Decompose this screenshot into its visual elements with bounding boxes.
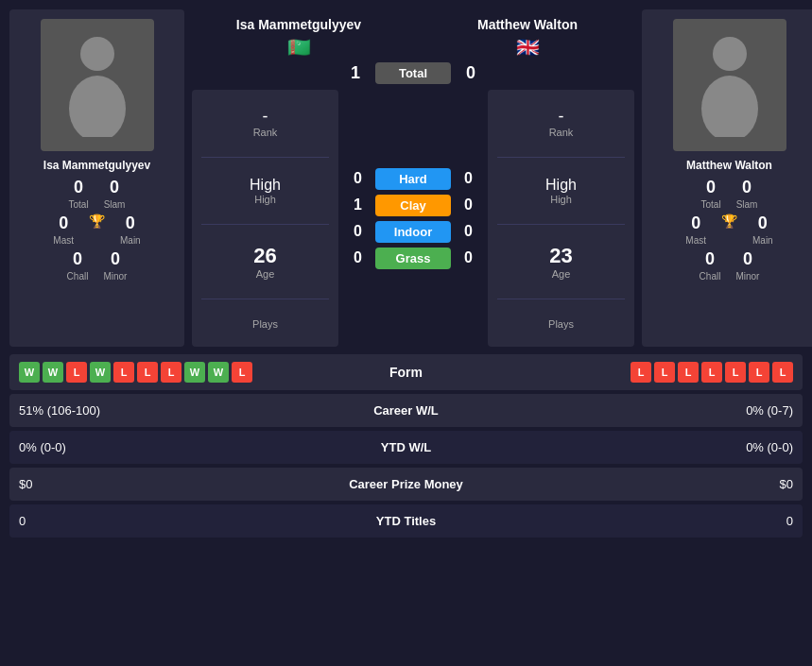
svg-point-1: [69, 76, 126, 137]
form-badge-r-l4: L: [701, 362, 722, 383]
hard-button[interactable]: Hard: [375, 168, 451, 190]
indoor-button[interactable]: Indoor: [375, 221, 451, 243]
total-button: Total: [375, 62, 451, 84]
ytd-titles-label: YTD Titles: [312, 514, 501, 528]
form-badge-r-l6: L: [749, 362, 769, 383]
player2-stats-row1: 0 Total 0 Slam: [651, 178, 807, 210]
form-row: W W L W L L L W W L Form L L L L L L L: [9, 354, 803, 390]
player1-header: Isa Mammetgulyyev 🇹🇲: [184, 17, 413, 59]
player1-mast: 0 Mast: [53, 213, 74, 246]
player1-high-block: High High: [201, 169, 329, 213]
player2-mast: 0 Mast: [685, 213, 706, 246]
player2-main: 0 Main: [752, 213, 773, 246]
player2-stats-box: - Rank High High 23 Age: [488, 90, 634, 347]
player1-card: Isa Mammetgulyyev 0 Total 0 Slam 0 Mast …: [9, 9, 184, 347]
ytd-wl-row: 0% (0-0) YTD W/L 0% (0-0): [9, 431, 803, 464]
player2-slam: 0 Slam: [736, 178, 758, 210]
player1-name: Isa Mammetgulyyev: [43, 159, 150, 172]
player1-ytd-titles: 0: [19, 514, 312, 528]
player2-avatar: [673, 19, 786, 151]
form-badge-l2: L: [113, 362, 134, 383]
divider4: [497, 157, 625, 158]
career-wl-label: Career W/L: [312, 403, 501, 418]
player1-main: 0 Main: [120, 213, 141, 246]
form-badge-l5: L: [232, 362, 252, 383]
player2-chall: 0 Chall: [700, 249, 721, 282]
grass-row: 0 Grass 0: [346, 248, 480, 269]
player1-rank-block: - Rank: [201, 99, 329, 145]
form-badge-r-l3: L: [678, 362, 699, 383]
ytd-titles-row: 0 YTD Titles 0: [9, 504, 803, 538]
player1-stats-box: - Rank High High 26 Age: [192, 90, 338, 347]
player1-career-wl: 51% (106-100): [19, 403, 312, 418]
form-badge-w5: W: [208, 362, 229, 383]
center-panel: Isa Mammetgulyyev 🇹🇲 Matthew Walton 🇬🇧 1…: [184, 9, 642, 347]
player2-form-badges: L L L L L L L: [482, 362, 794, 383]
indoor-row: 0 Indoor 0: [346, 221, 480, 243]
svg-point-3: [701, 76, 758, 137]
player1-avatar: [41, 19, 154, 151]
form-badge-r-l7: L: [772, 362, 793, 383]
player2-ytd-wl: 0% (0-0): [501, 440, 794, 454]
divider2: [201, 224, 329, 225]
form-badge-l1: L: [66, 362, 87, 383]
player2-age-block: 23 Age: [497, 236, 625, 287]
prize-money-label: Career Prize Money: [312, 477, 501, 491]
surface-buttons: 0 Hard 0 1 Clay 0 0 Indo: [346, 90, 480, 347]
form-badge-r-l5: L: [725, 362, 746, 383]
player1-flag: 🇹🇲: [184, 36, 413, 59]
svg-point-2: [713, 37, 747, 71]
total-score-p1: 1: [341, 63, 370, 83]
career-wl-row: 51% (106-100) Career W/L 0% (0-7): [9, 394, 803, 427]
player1-slam: 0 Slam: [104, 178, 126, 210]
form-badge-w3: W: [90, 362, 111, 383]
player1-prize-money: $0: [19, 477, 312, 491]
bottom-section: W W L W L L L W W L Form L L L L L L L: [9, 354, 803, 538]
clay-button[interactable]: Clay: [375, 195, 451, 216]
total-row: 1 Total 0: [192, 62, 634, 84]
player2-rank-block: - Rank: [497, 99, 625, 145]
player2-trophy-icon: 🏆: [721, 213, 737, 246]
ytd-wl-label: YTD W/L: [312, 440, 501, 454]
player2-prize-money: $0: [501, 477, 794, 491]
player1-trophy-icon: 🏆: [89, 213, 105, 246]
player2-stats-row3: 0 Chall 0 Minor: [651, 249, 807, 282]
form-label: Form: [331, 365, 482, 380]
divider3: [201, 299, 329, 299]
grass-button[interactable]: Grass: [375, 248, 451, 269]
form-badge-w1: W: [19, 362, 40, 383]
player1-plays-block: Plays: [201, 311, 329, 337]
hard-row: 0 Hard 0: [346, 168, 480, 190]
player2-stats-row2: 0 Mast 🏆 0 Main: [651, 213, 807, 246]
svg-point-0: [80, 37, 114, 71]
stats-boxes-row: - Rank High High 26 Age: [192, 90, 634, 347]
player1-stats-row1: 0 Total 0 Slam: [19, 178, 175, 210]
form-badge-r-l1: L: [631, 362, 651, 383]
player1-form-badges: W W L W L L L W W L: [19, 362, 331, 383]
divider6: [497, 299, 625, 299]
player2-card: Matthew Walton 0 Total 0 Slam 0 Mast 🏆: [642, 9, 812, 347]
form-badge-l3: L: [137, 362, 158, 383]
player1-stats-row2: 0 Mast 🏆 0 Main: [19, 213, 175, 246]
player2-name: Matthew Walton: [686, 159, 772, 172]
divider1: [201, 157, 329, 158]
prize-money-row: $0 Career Prize Money $0: [9, 468, 803, 501]
player1-chall: 0 Chall: [67, 249, 89, 282]
player1-age-block: 26 Age: [201, 236, 329, 287]
divider5: [497, 224, 625, 225]
form-badge-w4: W: [184, 362, 205, 383]
form-badge-l4: L: [161, 362, 181, 383]
form-badge-w2: W: [43, 362, 63, 383]
player1-stats-row3: 0 Chall 0 Minor: [19, 249, 175, 282]
player2-high-block: High High: [497, 169, 625, 213]
form-badge-r-l2: L: [654, 362, 675, 383]
player2-minor: 0 Minor: [735, 249, 759, 282]
player1-minor: 0 Minor: [103, 249, 127, 282]
player2-header: Matthew Walton 🇬🇧: [413, 17, 642, 59]
player2-flag: 🇬🇧: [413, 36, 642, 59]
player2-total: 0 Total: [701, 178, 721, 210]
player1-total: 0 Total: [69, 178, 89, 210]
player2-plays-block: Plays: [497, 311, 625, 337]
players-section: Isa Mammetgulyyev 0 Total 0 Slam 0 Mast …: [9, 9, 803, 347]
player1-ytd-wl: 0% (0-0): [19, 440, 312, 454]
